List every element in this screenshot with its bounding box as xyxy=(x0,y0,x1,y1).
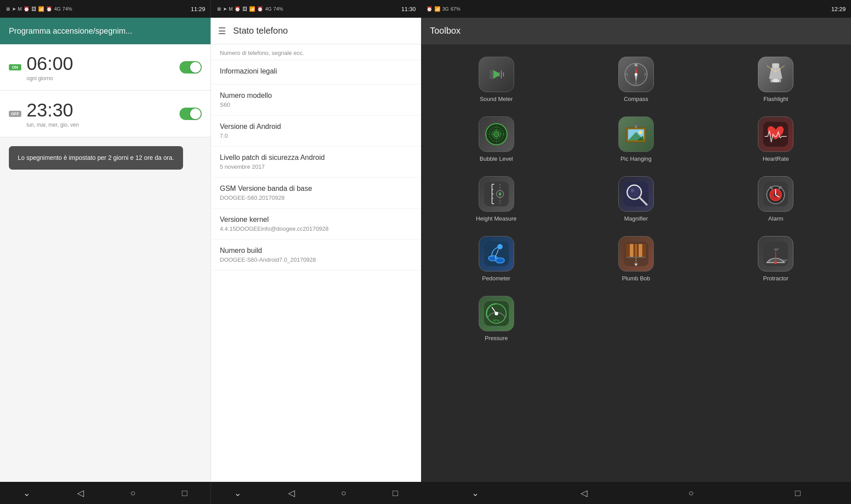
status-row-patch[interactable]: Livello patch di sicurezza Android 5 nov… xyxy=(211,147,421,178)
nav-icon: ➤ xyxy=(12,6,16,12)
svg-rect-3 xyxy=(501,70,502,78)
row-value-kernel: 4.4.15DOOGEEinfo@doogee.cc20170928 xyxy=(220,225,412,232)
schedule-item-2: OFF 23:30 lun, mar, mer, gio, ven xyxy=(0,91,211,137)
sound-meter-icon xyxy=(479,57,514,92)
nav-back-1[interactable]: ◁ xyxy=(68,484,93,502)
svg-point-13 xyxy=(635,73,637,76)
nav-back-3[interactable]: ◁ xyxy=(572,484,596,502)
schedule-toggle-2[interactable] xyxy=(180,108,202,120)
nav-down-3[interactable]: ⌄ xyxy=(463,484,488,502)
protractor-icon: 0° 180° 90° xyxy=(758,236,793,271)
svg-text:E: E xyxy=(644,72,647,77)
network-badge: 4G xyxy=(54,6,61,12)
time-p2: 11:30 xyxy=(401,6,416,12)
nav-home-2[interactable]: ○ xyxy=(332,485,355,502)
tool-pressure[interactable]: hPa Pressure xyxy=(428,291,564,347)
sim-icon2: 📶 xyxy=(249,6,255,12)
nav-bar-panel3: ⌄ ◁ ○ □ xyxy=(421,482,851,504)
time-p3: 12:29 xyxy=(831,6,846,12)
tool-magnifier[interactable]: Magnifier xyxy=(568,171,704,227)
svg-point-44 xyxy=(499,193,501,195)
nav-bars-row: ⌄ ◁ ○ □ ⌄ ◁ ○ □ ⌄ ◁ ○ □ xyxy=(0,482,851,504)
schedule-list: ON 06:00 ogni giorno OFF 23:30 lun, mar,… xyxy=(0,44,211,482)
row-value-build: DOOGEE-S60-Android7.0_20170928 xyxy=(220,256,412,263)
main-content: Programma accensione/spegnim... ON 06:00… xyxy=(0,18,851,482)
status-bar-panel3: ⏰ 📶 3G 67% 12:29 xyxy=(421,0,851,18)
tool-compass[interactable]: N S W E Compass xyxy=(568,51,704,108)
status-row-model[interactable]: Numero modello S60 xyxy=(211,85,421,116)
nav-home-3[interactable]: ○ xyxy=(679,485,703,502)
screen-icon2: 🖥 xyxy=(216,6,221,12)
nav-down-2[interactable]: ⌄ xyxy=(225,484,250,502)
status-row-legal[interactable]: Informazioni legali xyxy=(211,60,421,85)
status-bar-panel2: 🖥 ➤ M ⏰ 🖼 📶 ⏰ 4G 74% 11:30 xyxy=(211,0,421,18)
svg-rect-33 xyxy=(633,124,639,126)
tool-bubble-level[interactable]: Bubble Level xyxy=(428,111,564,167)
tool-height-measure[interactable]: Height Measure xyxy=(428,171,564,227)
svg-rect-0 xyxy=(490,70,493,79)
network-badge2: 4G xyxy=(265,6,272,12)
status-row-build[interactable]: Numero build DOOGEE-S60-Android7.0_20170… xyxy=(211,240,421,271)
screen-icon: 🖥 xyxy=(5,6,10,12)
status-row-gsm[interactable]: GSM Versione banda di base DOOGEE-S60.20… xyxy=(211,178,421,209)
tool-pedometer[interactable]: Pedometer xyxy=(428,231,564,287)
nav-recent-1[interactable]: □ xyxy=(173,485,196,502)
tool-protractor[interactable]: 0° 180° 90° Protractor xyxy=(708,231,844,287)
alarm-status-icon: ⏰ xyxy=(23,6,30,12)
alarm-icon2: ⏰ xyxy=(234,6,241,12)
sound-meter-label: Sound Meter xyxy=(480,96,512,102)
toolbox-header: Toolbox xyxy=(421,18,851,44)
status-row-android[interactable]: Versione di Android 7.0 xyxy=(211,116,421,147)
alarm2-icon: ⏰ xyxy=(46,6,52,12)
tool-pic-hanging[interactable]: Pic Hanging xyxy=(568,111,704,167)
tool-heartrate[interactable]: HeartRate xyxy=(708,111,844,167)
schedule-header: Programma accensione/spegnim... xyxy=(0,18,211,44)
row-label-build: Numero build xyxy=(220,247,412,255)
svg-point-61 xyxy=(496,258,504,263)
alarm-icon xyxy=(758,176,793,212)
compass-label: Compass xyxy=(624,96,648,102)
schedule-toggle-1[interactable] xyxy=(180,61,202,74)
svg-rect-2 xyxy=(499,72,500,77)
status-row-kernel[interactable]: Versione kernel 4.4.15DOOGEEinfo@doogee.… xyxy=(211,209,421,240)
row-label-patch: Livello patch di sicurezza Android xyxy=(220,154,412,162)
plumb-bob-label: Plumb Bob xyxy=(622,275,650,282)
tool-plumb-bob[interactable]: Plumb Bob xyxy=(568,231,704,287)
tool-alarm[interactable]: Alarm xyxy=(708,171,844,227)
alarm-tool-label: Alarm xyxy=(768,215,783,222)
menu-icon[interactable]: ☰ xyxy=(218,26,226,36)
row-label-legal: Informazioni legali xyxy=(220,67,412,75)
alarm3-icon: ⏰ xyxy=(257,6,263,12)
nav-home-1[interactable]: ○ xyxy=(121,485,144,502)
battery-p1: 74% xyxy=(62,6,72,12)
tool-sound-meter[interactable]: Sound Meter xyxy=(428,51,564,108)
nav-down-1[interactable]: ⌄ xyxy=(14,484,39,502)
pic-hanging-label: Pic Hanging xyxy=(621,155,652,162)
row-label-gsm: GSM Versione banda di base xyxy=(220,185,412,193)
schedule-time-2: 23:30 xyxy=(27,100,180,121)
svg-text:W: W xyxy=(625,72,628,77)
nav-recent-3[interactable]: □ xyxy=(786,485,809,502)
pedometer-icon xyxy=(479,236,514,271)
svg-point-77 xyxy=(774,261,777,264)
row-value-model: S60 xyxy=(220,101,412,108)
nav-back-2[interactable]: ◁ xyxy=(279,484,304,502)
mail-icon: M xyxy=(18,6,22,12)
flashlight-icon xyxy=(758,57,793,92)
row-label-android: Versione di Android xyxy=(220,123,412,131)
status-icons-left: 🖥 ➤ M ⏰ 🖼 📶 ⏰ 4G 74% xyxy=(5,6,72,12)
schedule-item-inner-1: 06:00 ogni giorno xyxy=(27,53,180,81)
battery-p2: 74% xyxy=(273,6,283,12)
svg-marker-1 xyxy=(493,70,499,79)
protractor-label: Protractor xyxy=(763,275,789,282)
compass-icon: N S W E xyxy=(618,57,654,92)
schedule-item-inner-2: 23:30 lun, mar, mer, gio, ven xyxy=(27,100,180,128)
svg-point-31 xyxy=(639,131,642,134)
status-subtitle: Numero di telefono, segnale ecc. xyxy=(211,44,421,60)
magnifier-icon xyxy=(618,176,654,212)
pedometer-label: Pedometer xyxy=(482,275,511,282)
magnifier-label: Magnifier xyxy=(624,215,648,222)
tool-flashlight[interactable]: Flashlight xyxy=(708,51,844,108)
nav-recent-2[interactable]: □ xyxy=(384,485,407,502)
svg-point-62 xyxy=(497,244,503,249)
